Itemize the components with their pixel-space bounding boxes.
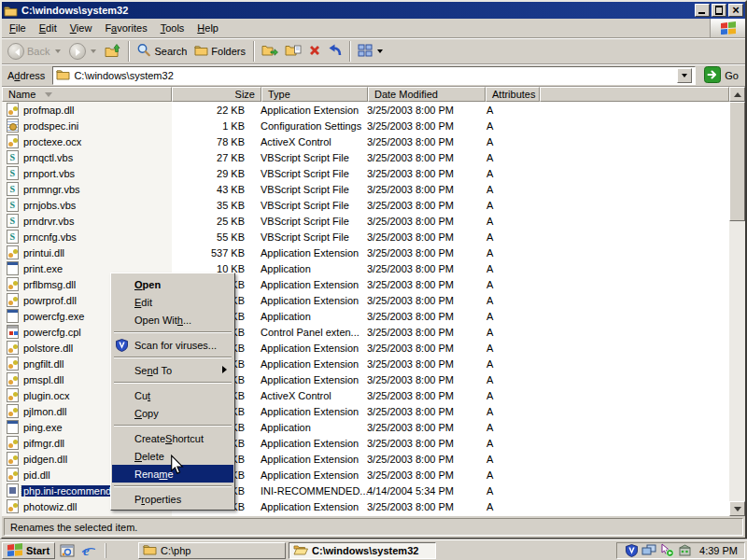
internet-explorer-icon[interactable]: e [79, 542, 98, 559]
file-name: prodspec.ini [21, 120, 80, 132]
forward-button[interactable] [66, 41, 101, 62]
label-segment: vorites [117, 22, 147, 34]
menu-help[interactable]: Help [190, 20, 225, 36]
file-name: print.exe [21, 263, 64, 274]
file-name: prnmngr.vbs [21, 184, 82, 195]
pointer-agent-icon[interactable] [659, 543, 674, 558]
dll-file-icon [5, 404, 20, 418]
copy-to-icon [285, 44, 302, 59]
tray-clock[interactable]: 4:39 PM [699, 545, 738, 556]
minimize-button[interactable] [695, 4, 710, 17]
views-button[interactable] [355, 42, 388, 61]
package-icon[interactable] [677, 543, 692, 558]
context-menu-item-edit[interactable]: Edit [112, 293, 233, 311]
file-date: 3/25/2003 8:00 PM [360, 247, 478, 259]
file-size: 55 KB [169, 231, 254, 243]
file-attr: A [478, 454, 532, 465]
column-header-attributes[interactable]: Attributes [486, 87, 540, 102]
address-input[interactable]: C:\windows\system32 [52, 66, 696, 85]
file-row-prnmngr.vbs[interactable]: prnmngr.vbs43 KBVBScript Script File3/25… [2, 181, 729, 197]
file-row-prndrvr.vbs[interactable]: prndrvr.vbs25 KBVBScript Script File3/25… [2, 213, 729, 229]
show-desktop-icon[interactable] [58, 542, 77, 559]
file-name: proctexe.ocx [21, 136, 83, 147]
menu-file[interactable]: File [3, 20, 33, 36]
vbs-file-icon [5, 214, 20, 228]
file-date: 3/25/2003 8:00 PM [360, 390, 478, 401]
file-name-cell: profmap.dll [20, 105, 169, 116]
menu-tools[interactable]: Tools [154, 20, 191, 36]
file-row-prnjobs.vbs[interactable]: prnjobs.vbs35 KBVBScript Script File3/25… [2, 197, 729, 213]
scroll-down-button[interactable] [729, 501, 745, 516]
file-date: 3/25/2003 8:00 PM [360, 279, 478, 290]
context-menu-item-scan-for-viruses[interactable]: Scan for viruses... [112, 336, 233, 354]
file-row-profmap.dll[interactable]: profmap.dll22 KBApplication Extension3/2… [2, 102, 729, 118]
back-button[interactable]: Back [5, 41, 65, 62]
context-menu-item-copy[interactable]: Copy [112, 404, 233, 422]
file-name: pifmgr.dll [21, 438, 66, 449]
start-button[interactable]: Start [2, 542, 55, 559]
scrollbar-thumb[interactable] [729, 102, 745, 221]
file-row-prnport.vbs[interactable]: prnport.vbs29 KBVBScript Script File3/25… [2, 165, 729, 181]
taskbar-divider [105, 543, 106, 558]
task-button-system32[interactable]: C:\windows\system32 [289, 542, 436, 559]
context-menu-item-cut[interactable]: Cut [112, 386, 233, 404]
views-dropdown-icon [377, 49, 383, 53]
file-attr: A [478, 231, 532, 243]
scroll-up-button[interactable] [729, 87, 745, 102]
label-segment: ... [183, 315, 191, 326]
antivirus-shield-icon[interactable] [624, 543, 639, 558]
file-name: ping.exe [21, 422, 64, 433]
column-header-type[interactable]: Type [261, 87, 368, 102]
forward-arrow-icon [69, 43, 86, 60]
column-header-date-modified[interactable]: Date Modified [368, 87, 486, 102]
undo-button[interactable] [325, 41, 345, 62]
file-date: 3/25/2003 8:00 PM [360, 327, 478, 338]
file-type: Application Extension [254, 374, 360, 385]
file-size: 43 KB [169, 184, 254, 195]
move-to-button[interactable] [259, 42, 281, 61]
menu-favorites[interactable]: Favorites [98, 20, 153, 36]
menu-edit[interactable]: Edit [33, 20, 63, 36]
up-button[interactable] [102, 41, 124, 62]
file-size: 29 KB [169, 168, 254, 179]
file-row-prncnfg.vbs[interactable]: prncnfg.vbs55 KBVBScript Script File3/25… [2, 229, 729, 245]
file-date: 3/25/2003 8:00 PM [360, 295, 478, 306]
context-menu-item-properties[interactable]: Properties [112, 490, 233, 508]
go-button[interactable]: Go [700, 66, 742, 85]
menu-view[interactable]: View [63, 20, 99, 36]
address-dropdown-button[interactable] [677, 68, 692, 83]
file-row-proctexe.ocx[interactable]: proctexe.ocx78 KBActiveX Control3/25/200… [2, 133, 729, 149]
file-date: 3/25/2003 8:00 PM [360, 311, 478, 322]
titlebar[interactable]: C:\windows\system32 [2, 2, 745, 19]
restore-button[interactable] [712, 4, 726, 17]
column-header-filler [540, 87, 729, 102]
label-segment: elete [142, 451, 164, 462]
context-menu-item-open[interactable]: Open [112, 275, 233, 293]
file-row-printui.dll[interactable]: printui.dll537 KBApplication Extension3/… [2, 245, 729, 260]
vertical-scrollbar[interactable] [729, 87, 745, 516]
file-row-prnqctl.vbs[interactable]: prnqctl.vbs27 KBVBScript Script File3/25… [2, 149, 729, 165]
delete-button[interactable] [305, 42, 324, 61]
ini-file-icon [5, 119, 20, 133]
context-menu-item-open-with[interactable]: Open With... [112, 311, 233, 329]
file-row-prodspec.ini[interactable]: prodspec.ini1 KBConfiguration Settings3/… [2, 118, 729, 133]
file-type: Application Extension [254, 105, 360, 116]
close-button[interactable] [728, 4, 743, 17]
vbs-file-icon [5, 150, 20, 164]
copy-to-button[interactable] [282, 42, 304, 61]
network-monitors-icon[interactable] [641, 543, 656, 558]
file-type: ActiveX Control [254, 136, 360, 147]
column-header-size[interactable]: Size [172, 87, 261, 102]
column-header-name[interactable]: Name [2, 87, 172, 102]
task-button-php[interactable]: C:\php [138, 542, 286, 559]
search-button[interactable]: Search [134, 41, 190, 62]
dll-file-icon [5, 245, 20, 259]
file-attr: A [478, 343, 532, 354]
file-attr: A [478, 120, 532, 132]
context-menu-item-send-to[interactable]: Send To [112, 361, 233, 379]
file-attr: A [478, 279, 532, 290]
move-to-icon [261, 44, 278, 59]
context-menu-item-create-shortcut[interactable]: Create Shortcut [112, 429, 233, 447]
file-date: 3/25/2003 8:00 PM [360, 501, 478, 512]
folders-button[interactable]: Folders [191, 42, 249, 60]
